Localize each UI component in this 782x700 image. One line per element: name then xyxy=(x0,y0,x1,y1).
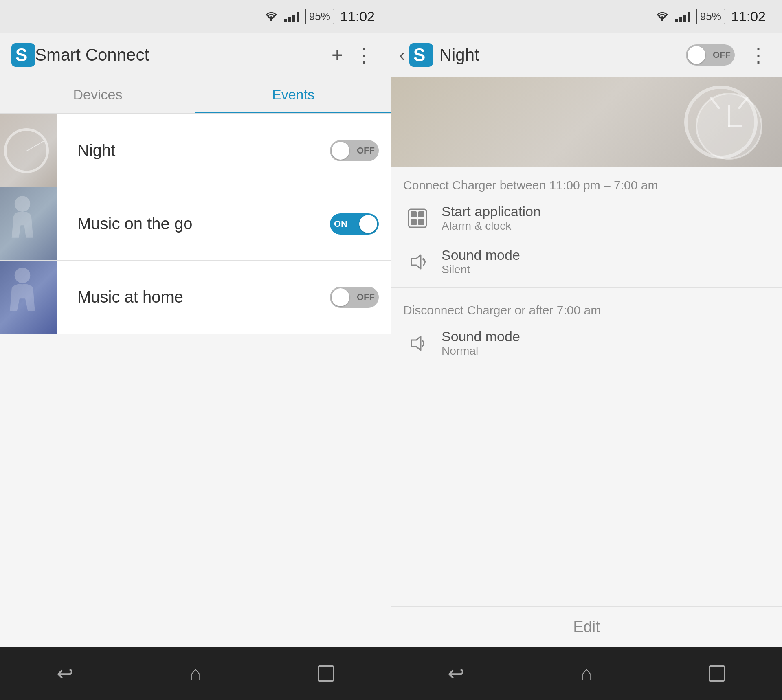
add-button[interactable]: + xyxy=(326,44,349,66)
disconnect-section-header: Disconnect Charger or after 7:00 am xyxy=(391,292,782,321)
home-icon-left: ⌂ xyxy=(189,662,202,685)
tabs-left: Devices Events xyxy=(0,77,391,114)
detail-sound-silent[interactable]: Sound mode Silent xyxy=(391,240,782,283)
svg-point-0 xyxy=(270,19,272,21)
battery-pct-right: 95% xyxy=(700,10,721,22)
app-logo-left: S xyxy=(11,43,35,67)
nav-back-left[interactable]: ↩ xyxy=(45,657,86,690)
recents-icon-left xyxy=(318,665,334,682)
sound-silent-subtitle: Silent xyxy=(442,263,520,276)
svg-marker-20 xyxy=(411,336,421,350)
tab-events[interactable]: Events xyxy=(196,77,391,113)
start-app-text: Start application Alarm & clock xyxy=(442,204,541,233)
time-right: 11:02 xyxy=(731,9,766,24)
event-bg-night xyxy=(0,114,57,187)
event-night-label: Night xyxy=(77,141,330,160)
toggle-label-music-home: OFF xyxy=(357,292,375,303)
event-bg-music-home xyxy=(0,261,57,334)
nav-back-right[interactable]: ↩ xyxy=(436,657,477,690)
bottom-nav-left: ↩ ⌂ xyxy=(0,647,391,700)
sound-normal-title: Sound mode xyxy=(442,329,520,345)
nav-home-left[interactable]: ⌂ xyxy=(175,657,216,690)
recents-icon-right xyxy=(709,665,725,682)
event-night[interactable]: Night OFF xyxy=(0,114,391,187)
person-silhouette-home xyxy=(2,265,43,322)
sound-silent-text: Sound mode Silent xyxy=(442,247,520,276)
sound-icon-normal xyxy=(403,329,432,358)
detail-start-application[interactable]: Start application Alarm & clock xyxy=(391,196,782,240)
back-button-right[interactable]: ‹ xyxy=(399,45,405,65)
detail-sound-normal[interactable]: Sound mode Normal xyxy=(391,321,782,365)
tab-devices[interactable]: Devices xyxy=(0,77,196,113)
section-divider xyxy=(391,287,782,288)
svg-marker-18 xyxy=(411,255,421,269)
app-header-right: ‹ S Night OFF ⋮ xyxy=(391,33,782,77)
toggle-label-music-go: ON xyxy=(334,219,347,229)
svg-rect-14 xyxy=(411,211,417,217)
svg-rect-16 xyxy=(411,219,417,225)
signal-bars-left xyxy=(284,11,299,22)
status-bar-left: 95% 11:02 xyxy=(0,0,391,33)
toggle-label-night-detail: OFF xyxy=(713,50,731,60)
toggle-music-go[interactable]: ON xyxy=(330,213,379,235)
alarm-clock-svg xyxy=(688,81,770,163)
toggle-music-home[interactable]: OFF xyxy=(330,287,379,308)
app-title: Smart Connect xyxy=(35,45,326,65)
svg-point-5 xyxy=(661,19,663,21)
nav-recents-right[interactable] xyxy=(696,657,737,690)
nav-recents-left[interactable] xyxy=(305,657,346,690)
event-music-go-label: Music on the go xyxy=(77,215,330,233)
toggle-knob-music-home xyxy=(332,288,349,306)
event-bg-music-go xyxy=(0,187,57,260)
start-app-title: Start application xyxy=(442,204,541,219)
right-phone: 95% 11:02 ‹ S Night OFF ⋮ Connect xyxy=(391,0,782,700)
edit-button[interactable]: Edit xyxy=(573,618,600,636)
status-bar-right: 95% 11:02 xyxy=(391,0,782,33)
toggle-knob-music-go xyxy=(359,215,377,233)
event-music-go[interactable]: Music on the go ON xyxy=(0,187,391,261)
events-list: Night OFF Music on the go ON xyxy=(0,114,391,334)
app-logo-right: S xyxy=(409,43,433,67)
svg-point-4 xyxy=(15,268,31,283)
toggle-knob-night-detail xyxy=(688,46,705,64)
battery-right: 95% xyxy=(696,9,725,24)
back-icon-right: ↩ xyxy=(448,662,465,685)
wifi-icon-right xyxy=(655,11,670,22)
person-silhouette-go xyxy=(2,191,43,248)
wifi-icon xyxy=(264,11,279,22)
clock-decoration-night xyxy=(4,128,49,173)
bottom-nav-right: ↩ ⌂ xyxy=(391,647,782,700)
home-icon-right: ⌂ xyxy=(580,662,593,685)
event-music-home-label: Music at home xyxy=(77,288,330,306)
sound-normal-subtitle: Normal xyxy=(442,345,520,358)
toggle-night[interactable]: OFF xyxy=(330,140,379,161)
signal-bars-right xyxy=(675,11,690,22)
night-banner xyxy=(391,77,782,167)
sound-silent-title: Sound mode xyxy=(442,247,520,263)
svg-rect-17 xyxy=(418,219,424,225)
left-phone: 95% 11:02 S Smart Connect + ⋮ Devices Ev… xyxy=(0,0,391,700)
time-left: 11:02 xyxy=(340,9,375,24)
toggle-knob-night xyxy=(332,142,349,160)
edit-bar: Edit xyxy=(391,606,782,647)
menu-button-left[interactable]: ⋮ xyxy=(349,44,380,66)
menu-button-right[interactable]: ⋮ xyxy=(743,44,774,66)
detail-content: Connect Charger between 11:00 pm – 7:00 … xyxy=(391,167,782,606)
connect-section-header: Connect Charger between 11:00 pm – 7:00 … xyxy=(391,167,782,196)
svg-text:S: S xyxy=(15,45,28,65)
back-icon-left: ↩ xyxy=(57,662,74,685)
night-title: Night xyxy=(439,45,686,65)
svg-text:S: S xyxy=(413,45,425,65)
battery-pct-left: 95% xyxy=(309,10,330,22)
sound-normal-text: Sound mode Normal xyxy=(442,329,520,358)
app-icon xyxy=(403,204,432,233)
sound-icon-silent xyxy=(403,248,432,276)
nav-home-right[interactable]: ⌂ xyxy=(566,657,607,690)
event-music-home[interactable]: Music at home OFF xyxy=(0,261,391,334)
toggle-night-detail[interactable]: OFF xyxy=(686,44,735,66)
svg-rect-15 xyxy=(418,211,424,217)
battery-left: 95% xyxy=(305,9,334,24)
start-app-subtitle: Alarm & clock xyxy=(442,219,541,233)
app-header-left: S Smart Connect + ⋮ xyxy=(0,33,391,77)
svg-point-3 xyxy=(15,196,31,212)
